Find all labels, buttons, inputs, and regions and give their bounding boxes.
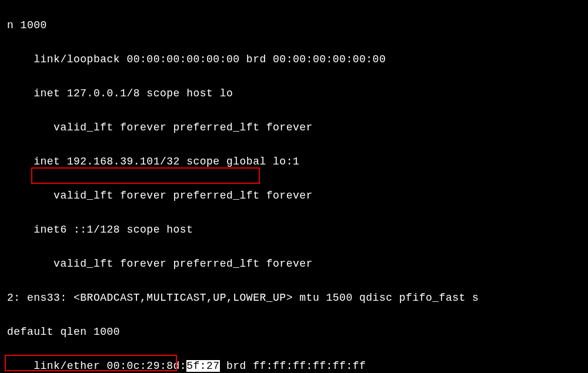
output-line: inet 192.168.39.101/32 scope global lo:1 bbox=[7, 153, 588, 170]
output-line: n 1000 bbox=[7, 17, 588, 34]
output-line: link/loopback 00:00:00:00:00:00 brd 00:0… bbox=[7, 51, 588, 68]
output-line: 2: ens33: <BROADCAST,MULTICAST,UP,LOWER_… bbox=[7, 290, 588, 307]
output-line: valid_lft forever preferred_lft forever bbox=[7, 119, 588, 136]
terminal-output[interactable]: n 1000 link/loopback 00:00:00:00:00:00 b… bbox=[0, 0, 588, 373]
output-line: valid_lft forever preferred_lft forever bbox=[7, 256, 588, 273]
output-line: default qlen 1000 bbox=[7, 324, 588, 341]
output-line-mac: link/ether 00:0c:29:8d:5f:27 brd ff:ff:f… bbox=[7, 358, 588, 373]
text-fragment: link/ether 00:0c:29:8d: bbox=[7, 360, 186, 372]
output-line: valid_lft forever preferred_lft forever bbox=[7, 187, 588, 204]
output-line: inet 127.0.0.1/8 scope host lo bbox=[7, 85, 588, 102]
text-fragment: brd ff:ff:ff:ff:ff:ff bbox=[220, 360, 366, 372]
output-line: inet6 ::1/128 scope host bbox=[7, 221, 588, 238]
selected-text: 5f:27 bbox=[186, 360, 220, 372]
